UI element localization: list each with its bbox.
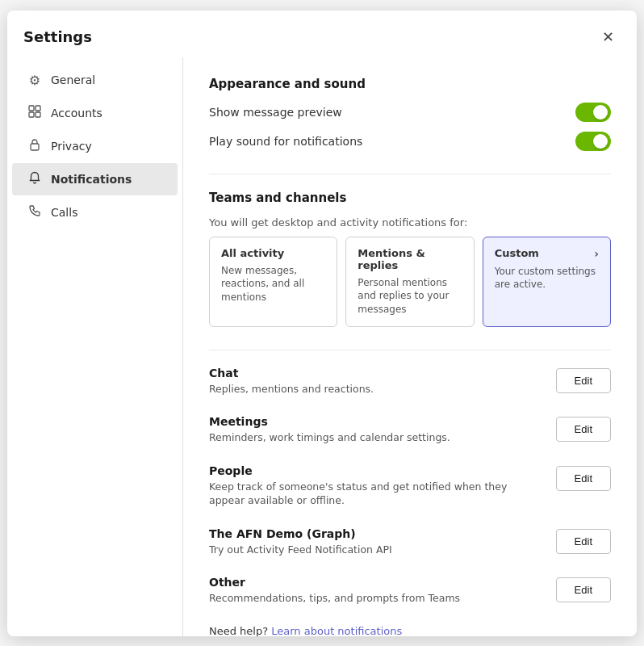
meetings-text: Meetings Reminders, work timings and cal… xyxy=(209,415,450,445)
sidebar-item-label: Notifications xyxy=(51,173,132,186)
meetings-title: Meetings xyxy=(209,415,450,428)
afn-demo-desc: Try out Activity Feed Notification API xyxy=(209,543,392,557)
chevron-right-icon: › xyxy=(594,247,599,260)
show-message-preview-toggle[interactable] xyxy=(575,103,611,122)
mentions-replies-card-title: Mentions & replies xyxy=(358,247,462,271)
svg-rect-2 xyxy=(29,112,34,117)
mentions-replies-card[interactable]: Mentions & replies Personal mentions and… xyxy=(345,237,474,327)
lock-icon xyxy=(27,138,43,154)
chat-subsection: Chat Replies, mentions and reactions. Ed… xyxy=(209,367,611,396)
all-activity-card-desc: New messages, reactions, and all mention… xyxy=(221,264,325,304)
help-text-label: Need help? xyxy=(209,625,268,636)
dialog-title: Settings xyxy=(23,28,92,45)
afn-demo-text: The AFN Demo (Graph) Try out Activity Fe… xyxy=(209,527,392,557)
other-desc: Recommendations, tips, and prompts from … xyxy=(209,591,460,606)
chat-edit-button[interactable]: Edit xyxy=(556,368,611,393)
meetings-desc: Reminders, work timings and calendar set… xyxy=(209,430,450,445)
custom-card-title: Custom › xyxy=(495,247,599,260)
accounts-icon xyxy=(27,105,43,121)
sidebar-item-general[interactable]: ⚙ General xyxy=(12,65,178,96)
custom-card[interactable]: Custom › Your custom settings are active… xyxy=(483,237,611,327)
custom-card-desc: Your custom settings are active. xyxy=(495,265,599,292)
divider-1 xyxy=(209,174,611,174)
other-title: Other xyxy=(209,576,460,589)
svg-rect-3 xyxy=(36,112,40,117)
dialog-header: Settings ✕ xyxy=(7,10,637,57)
dialog-body: ⚙ General Accounts xyxy=(7,57,637,636)
all-activity-card[interactable]: All activity New messages, reactions, an… xyxy=(209,237,337,327)
teams-channels-desc: You will get desktop and activity notifi… xyxy=(209,216,611,229)
help-row: Need help? Learn about notifications xyxy=(209,625,611,636)
phone-icon xyxy=(27,204,43,220)
sidebar-item-notifications[interactable]: Notifications xyxy=(12,163,178,195)
sidebar-item-label: Accounts xyxy=(51,107,102,120)
afn-demo-edit-button[interactable]: Edit xyxy=(556,529,611,554)
people-title: People xyxy=(209,464,516,477)
sidebar-item-accounts[interactable]: Accounts xyxy=(12,97,178,129)
main-content: Appearance and sound Show message previe… xyxy=(183,57,637,636)
meetings-edit-button[interactable]: Edit xyxy=(556,417,611,442)
play-sound-label: Play sound for notifications xyxy=(209,135,362,148)
gear-icon: ⚙ xyxy=(27,73,43,88)
chat-desc: Replies, mentions and reactions. xyxy=(209,382,374,396)
sidebar-item-calls[interactable]: Calls xyxy=(12,196,178,229)
sidebar-item-label: General xyxy=(51,73,95,86)
svg-rect-4 xyxy=(31,144,39,150)
sidebar-item-privacy[interactable]: Privacy xyxy=(12,130,178,162)
people-subsection: People Keep track of someone's status an… xyxy=(209,464,611,508)
all-activity-card-title: All activity xyxy=(221,247,325,259)
play-sound-toggle[interactable] xyxy=(575,132,611,151)
notification-cards: All activity New messages, reactions, an… xyxy=(209,237,611,327)
close-button[interactable]: ✕ xyxy=(596,25,621,49)
appearance-title: Appearance and sound xyxy=(209,77,611,91)
teams-channels-title: Teams and channels xyxy=(209,191,611,205)
other-subsection: Other Recommendations, tips, and prompts… xyxy=(209,576,611,606)
afn-demo-title: The AFN Demo (Graph) xyxy=(209,527,392,540)
divider-2 xyxy=(209,350,611,350)
show-message-preview-row: Show message preview xyxy=(209,103,611,122)
afn-demo-subsection: The AFN Demo (Graph) Try out Activity Fe… xyxy=(209,527,611,557)
other-text: Other Recommendations, tips, and prompts… xyxy=(209,576,460,606)
chat-text: Chat Replies, mentions and reactions. xyxy=(209,367,374,396)
people-desc: Keep track of someone's status and get n… xyxy=(209,480,516,508)
appearance-section: Appearance and sound Show message previe… xyxy=(209,77,611,151)
sidebar-item-label: Calls xyxy=(51,206,77,219)
help-link[interactable]: Learn about notifications xyxy=(271,625,402,636)
sidebar-item-label: Privacy xyxy=(51,140,92,153)
mentions-replies-card-desc: Personal mentions and replies to your me… xyxy=(358,276,462,317)
settings-dialog: Settings ✕ ⚙ General Accounts xyxy=(7,10,637,636)
svg-rect-0 xyxy=(29,106,34,111)
other-edit-button[interactable]: Edit xyxy=(556,577,611,602)
sidebar: ⚙ General Accounts xyxy=(7,57,183,636)
teams-channels-section: Teams and channels You will get desktop … xyxy=(209,191,611,327)
meetings-subsection: Meetings Reminders, work timings and cal… xyxy=(209,415,611,445)
svg-rect-1 xyxy=(36,106,40,111)
people-edit-button[interactable]: Edit xyxy=(556,466,611,491)
show-message-preview-label: Show message preview xyxy=(209,106,342,119)
chat-title: Chat xyxy=(209,367,374,380)
people-text: People Keep track of someone's status an… xyxy=(209,464,516,508)
play-sound-row: Play sound for notifications xyxy=(209,132,611,151)
bell-icon xyxy=(27,171,43,187)
